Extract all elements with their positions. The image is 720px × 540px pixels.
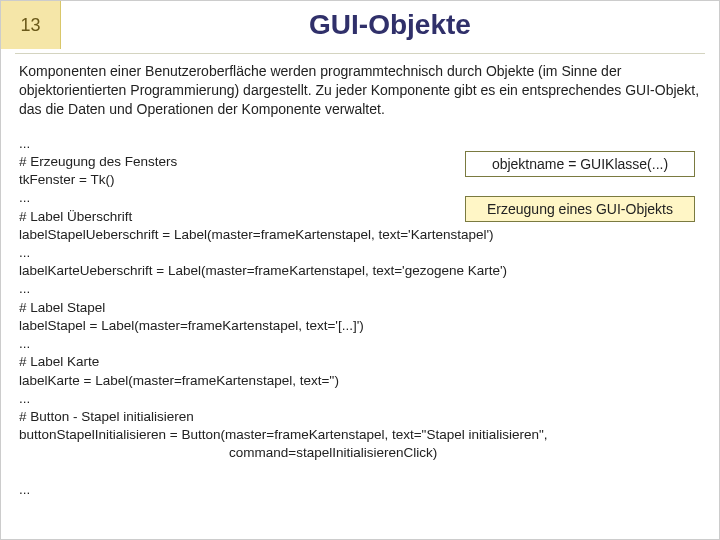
code-line: buttonStapelInitialisieren = Button(mast… <box>19 427 548 442</box>
slide-number: 13 <box>1 1 61 49</box>
slide-header: 13 GUI-Objekte <box>1 1 719 49</box>
code-line: ... <box>19 482 30 497</box>
title-wrap: GUI-Objekte <box>61 1 719 49</box>
code-line: ... <box>19 136 30 151</box>
code-line: command=stapelInitialisierenClick) <box>19 444 701 462</box>
code-line: # Label Karte <box>19 354 99 369</box>
code-line: labelKarte = Label(master=frameKartensta… <box>19 373 339 388</box>
code-line: ... <box>19 391 30 406</box>
code-block: ... # Erzeugung des Fensters tkFenster =… <box>1 129 719 507</box>
slide: 13 GUI-Objekte Komponenten einer Benutze… <box>0 0 720 540</box>
code-line: # Button - Stapel initialisieren <box>19 409 194 424</box>
code-line: ... <box>19 190 30 205</box>
code-line: labelStapelUeberschrift = Label(master=f… <box>19 227 494 242</box>
code-line: # Label Überschrift <box>19 209 132 224</box>
code-line: labelKarteUeberschrift = Label(master=fr… <box>19 263 507 278</box>
slide-title: GUI-Objekte <box>309 9 471 41</box>
code-line: ... <box>19 281 30 296</box>
intro-paragraph: Komponenten einer Benutzeroberfläche wer… <box>1 62 719 129</box>
code-line: ... <box>19 336 30 351</box>
code-line: labelStapel = Label(master=frameKartenst… <box>19 318 364 333</box>
code-line: # Erzeugung des Fensters <box>19 154 177 169</box>
code-line: ... <box>19 245 30 260</box>
code-line: tkFenster = Tk() <box>19 172 114 187</box>
header-divider <box>15 53 705 54</box>
code-line: # Label Stapel <box>19 300 105 315</box>
